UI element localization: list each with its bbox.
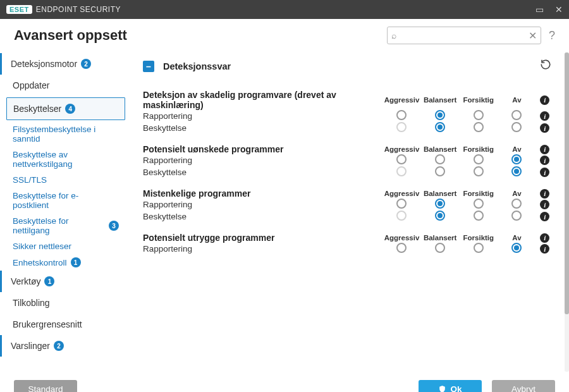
collapse-button[interactable]: – (143, 61, 154, 72)
info-icon[interactable]: i (540, 189, 549, 199)
sidebar-item-label: Beskyttelse for e-postklient (13, 191, 107, 210)
help-icon[interactable]: ? (549, 29, 555, 42)
radio-option[interactable] (396, 154, 407, 164)
radio-option[interactable] (435, 243, 445, 253)
radio-option[interactable] (511, 166, 522, 176)
info-icon[interactable]: i (540, 168, 549, 177)
page-title: Avansert oppsett (14, 27, 127, 44)
column-header: Av (498, 134, 536, 154)
option-row: Rapporteringi (143, 154, 554, 166)
radio-option[interactable] (511, 110, 522, 120)
radio-option[interactable] (474, 211, 484, 221)
sidebar-badge: 1 (44, 276, 54, 286)
radio-option[interactable] (435, 154, 445, 164)
info-icon[interactable]: i (540, 156, 549, 165)
sidebar-item-label: Beskyttelse av nettverkstilgang (13, 150, 107, 169)
option-row: Rapporteringi (143, 110, 554, 122)
revert-icon[interactable] (540, 59, 551, 73)
column-header: Forsiktig (459, 80, 498, 110)
radio-option[interactable] (474, 199, 484, 209)
radio-option[interactable] (474, 154, 484, 164)
radio-option[interactable] (435, 122, 445, 132)
sidebar-indicator (0, 271, 2, 292)
option-label: Beskyttelse (143, 211, 382, 223)
column-header: Aggressiv (382, 134, 421, 154)
radio-option[interactable] (474, 110, 484, 120)
info-icon[interactable]: i (540, 145, 549, 154)
sidebar-item-9[interactable]: Enhetskontroll1 (0, 254, 125, 271)
sidebar-item-7[interactable]: Beskyttelse for nettilgang3 (0, 213, 125, 238)
titlebar: ESET ENDPOINT SECURITY ▭ ✕ (0, 0, 569, 19)
search-clear-icon[interactable]: ✕ (529, 30, 537, 42)
ok-label: Ok (450, 384, 462, 392)
section-header: – Deteksjonssvar (143, 58, 554, 80)
option-row: Beskyttelsei (143, 166, 554, 178)
radio-option[interactable] (435, 211, 445, 221)
cancel-button[interactable]: Avbryt (492, 380, 555, 393)
sidebar-item-label: SSL/TLS (13, 175, 47, 185)
radio-option[interactable] (474, 166, 484, 176)
radio-option[interactable] (435, 199, 445, 209)
radio-option (396, 166, 407, 176)
header: Avansert oppsett ⌕ ✕ ? (0, 19, 569, 49)
sidebar-item-label: Varslinger (11, 341, 50, 351)
sidebar-item-5[interactable]: SSL/TLS (0, 172, 125, 188)
sidebar-item-1[interactable]: Oppdater (0, 75, 125, 96)
scrollbar-thumb[interactable] (565, 52, 569, 314)
radio-option[interactable] (396, 243, 407, 253)
sidebar-item-11[interactable]: Tilkobling (0, 292, 125, 314)
info-icon[interactable]: i (540, 233, 549, 243)
column-header: Aggressiv (382, 80, 421, 110)
sidebar-item-label: Oppdater (13, 80, 49, 90)
info-icon[interactable]: i (540, 111, 549, 121)
radio-option (396, 211, 407, 221)
info-icon[interactable]: i (540, 244, 549, 254)
search-input[interactable] (400, 30, 525, 41)
info-icon[interactable]: i (540, 212, 549, 221)
default-button[interactable]: Standard (14, 380, 77, 393)
info-icon[interactable]: i (540, 123, 549, 133)
sidebar-item-8[interactable]: Sikker nettleser (0, 238, 125, 254)
radio-option[interactable] (511, 122, 522, 132)
sidebar-item-3[interactable]: Filsystembeskyttelse i sanntid (0, 121, 125, 147)
sidebar-item-4[interactable]: Beskyttelse av nettverkstilgang (0, 147, 125, 172)
column-header: Av (498, 223, 536, 243)
sidebar-item-0[interactable]: Deteksjonsmotor2 (0, 53, 125, 75)
close-icon[interactable]: ✕ (555, 4, 563, 15)
window-controls: ▭ ✕ (535, 4, 563, 15)
sidebar-badge: 2 (54, 341, 64, 351)
radio-option[interactable] (511, 211, 522, 221)
radio-option[interactable] (396, 199, 407, 209)
radio-option[interactable] (435, 166, 445, 176)
sidebar-item-label: Verktøy (11, 276, 40, 286)
radio-option (396, 122, 407, 132)
radio-option[interactable] (396, 110, 407, 120)
section-title: Deteksjonssvar (163, 61, 231, 71)
ok-button[interactable]: Ok (419, 380, 482, 393)
radio-option[interactable] (511, 243, 522, 253)
radio-option[interactable] (435, 110, 445, 120)
sidebar-item-label: Beskyttelser (13, 104, 61, 114)
maximize-icon[interactable]: ▭ (535, 4, 544, 15)
option-row: Beskyttelsei (143, 211, 554, 223)
info-icon[interactable]: i (540, 95, 549, 105)
column-header: Balansert (421, 80, 460, 110)
scrollbar[interactable] (565, 52, 569, 372)
sidebar-item-6[interactable]: Beskyttelse for e-postklient (0, 188, 125, 213)
sidebar: Deteksjonsmotor2OppdaterBeskyttelser4Fil… (0, 49, 133, 375)
sidebar-item-12[interactable]: Brukergrensesnitt (0, 314, 125, 335)
radio-option[interactable] (474, 243, 484, 253)
sidebar-indicator (0, 53, 2, 75)
search-icon: ⌕ (391, 30, 396, 40)
sidebar-item-13[interactable]: Varslinger2 (0, 335, 125, 357)
sidebar-item-2[interactable]: Beskyttelser4 (6, 97, 125, 120)
sidebar-badge: 2 (81, 59, 91, 69)
search-box[interactable]: ⌕ ✕ (387, 27, 541, 44)
info-icon[interactable]: i (540, 200, 549, 209)
radio-option[interactable] (511, 154, 522, 164)
settings-panel: – Deteksjonssvar Deteksjon av skadelig p… (138, 52, 565, 358)
radio-option[interactable] (474, 122, 484, 132)
sidebar-item-10[interactable]: Verktøy1 (0, 271, 125, 292)
radio-option[interactable] (511, 199, 522, 209)
option-row: Rapporteringi (143, 199, 554, 211)
